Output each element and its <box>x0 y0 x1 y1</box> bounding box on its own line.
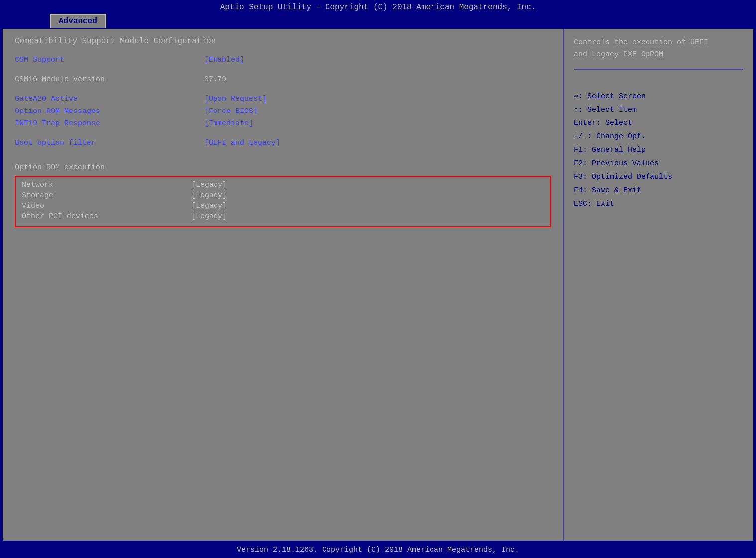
key-f4: F4: Save & Exit <box>574 184 743 197</box>
video-row[interactable]: Video [Legacy] <box>22 202 544 210</box>
other-pci-label: Other PCI devices <box>22 212 191 221</box>
option-rom-messages-row[interactable]: Option ROM Messages [Force BIOS] <box>15 107 551 115</box>
boot-option-filter-row[interactable]: Boot option filter [UEFI and Legacy] <box>15 139 551 147</box>
csm16-module-label: CSM16 Module Version <box>15 75 204 84</box>
option-rom-messages-label: Option ROM Messages <box>15 107 204 115</box>
right-help-section: Controls the execution of UEFIand Legacy… <box>574 37 743 80</box>
key-enter-select: Enter: Select <box>574 116 743 130</box>
app: Aptio Setup Utility - Copyright (C) 2018… <box>0 0 756 558</box>
network-value: [Legacy] <box>191 181 227 189</box>
key-help: ⇔: Select Screen ↕: Select Item Enter: S… <box>574 90 743 211</box>
csm16-module-value: 07.79 <box>204 75 226 84</box>
key-select-screen: ⇔: Select Screen <box>574 90 743 103</box>
network-row[interactable]: Network [Legacy] <box>22 181 544 189</box>
video-label: Video <box>22 202 191 210</box>
storage-label: Storage <box>22 191 191 200</box>
csm-support-value: [Enabled] <box>204 56 244 64</box>
title-text: Aptio Setup Utility - Copyright (C) 2018… <box>220 3 536 12</box>
section-title: Compatibility Support Module Configurati… <box>15 37 551 46</box>
csm-support-row[interactable]: CSM Support [Enabled] <box>15 56 551 64</box>
footer: Version 2.18.1263. Copyright (C) 2018 Am… <box>0 542 756 558</box>
tab-bar: Advanced <box>0 12 756 28</box>
key-change-opt: +/-: Change Opt. <box>574 130 743 143</box>
key-select-item: ↕: Select Item <box>574 103 743 116</box>
int19-trap-label: INT19 Trap Response <box>15 119 204 128</box>
left-panel: Compatibility Support Module Configurati… <box>3 29 564 541</box>
csm-support-label: CSM Support <box>15 56 204 64</box>
selected-box: Network [Legacy] Storage [Legacy] Video … <box>15 176 551 227</box>
option-rom-execution-label: Option ROM execution <box>15 163 551 172</box>
main-area: Compatibility Support Module Configurati… <box>2 28 754 542</box>
footer-text: Version 2.18.1263. Copyright (C) 2018 Am… <box>237 546 519 554</box>
boot-option-filter-label: Boot option filter <box>15 139 204 147</box>
gatea20-row[interactable]: GateA20 Active [Upon Request] <box>15 95 551 103</box>
advanced-tab[interactable]: Advanced <box>50 14 106 28</box>
boot-option-filter-value: [UEFI and Legacy] <box>204 139 280 147</box>
key-f1: F1: General Help <box>574 143 743 157</box>
key-f3: F3: Optimized Defaults <box>574 170 743 184</box>
int19-trap-row[interactable]: INT19 Trap Response [Immediate] <box>15 119 551 128</box>
right-keys-section: ⇔: Select Screen ↕: Select Item Enter: S… <box>574 80 743 533</box>
key-esc: ESC: Exit <box>574 197 743 211</box>
other-pci-row[interactable]: Other PCI devices [Legacy] <box>22 212 544 221</box>
int19-trap-value: [Immediate] <box>204 119 253 128</box>
title-bar: Aptio Setup Utility - Copyright (C) 2018… <box>0 0 756 12</box>
network-label: Network <box>22 181 191 189</box>
right-flex: Controls the execution of UEFIand Legacy… <box>574 37 743 533</box>
right-panel: Controls the execution of UEFIand Legacy… <box>564 29 753 541</box>
other-pci-value: [Legacy] <box>191 212 227 221</box>
right-help-text: Controls the execution of UEFIand Legacy… <box>574 37 743 70</box>
storage-row[interactable]: Storage [Legacy] <box>22 191 544 200</box>
video-value: [Legacy] <box>191 202 227 210</box>
option-rom-section: Option ROM execution Network [Legacy] St… <box>15 163 551 227</box>
option-rom-messages-value: [Force BIOS] <box>204 107 258 115</box>
gatea20-value: [Upon Request] <box>204 95 267 103</box>
key-f2: F2: Previous Values <box>574 157 743 170</box>
gatea20-label: GateA20 Active <box>15 95 204 103</box>
storage-value: [Legacy] <box>191 191 227 200</box>
csm16-module-row: CSM16 Module Version 07.79 <box>15 75 551 84</box>
